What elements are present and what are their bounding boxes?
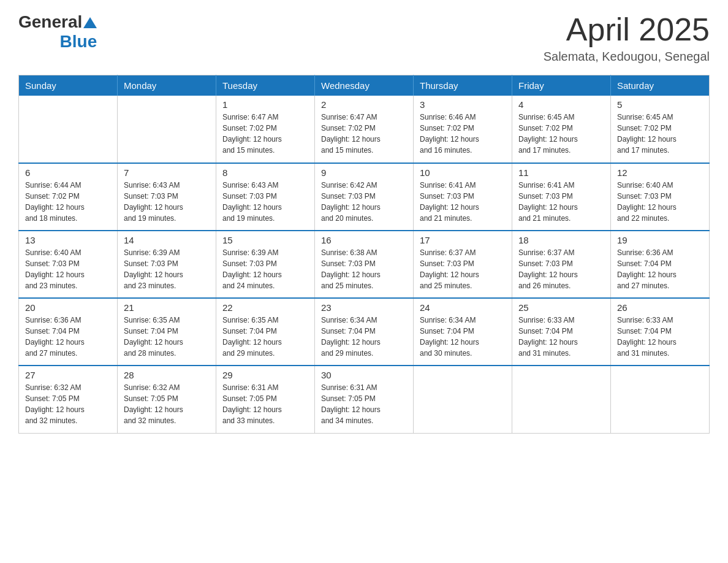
day-number: 14 bbox=[124, 235, 210, 245]
day-number: 16 bbox=[321, 235, 407, 245]
day-info: Sunrise: 6:43 AMSunset: 7:03 PMDaylight:… bbox=[124, 180, 210, 224]
day-info: Sunrise: 6:31 AMSunset: 7:05 PMDaylight:… bbox=[222, 382, 308, 426]
day-number: 6 bbox=[25, 167, 111, 178]
calendar-week-row: 6Sunrise: 6:44 AMSunset: 7:02 PMDaylight… bbox=[19, 163, 710, 231]
day-number: 19 bbox=[617, 235, 703, 245]
title-block: April 2025 Salemata, Kedougou, Senegal bbox=[544, 12, 710, 64]
day-info: Sunrise: 6:43 AMSunset: 7:03 PMDaylight:… bbox=[222, 180, 308, 224]
logo-triangle-icon bbox=[83, 16, 97, 28]
calendar-cell: 24Sunrise: 6:34 AMSunset: 7:04 PMDayligh… bbox=[414, 298, 512, 366]
calendar-cell bbox=[414, 366, 512, 433]
day-info: Sunrise: 6:45 AMSunset: 7:02 PMDaylight:… bbox=[518, 112, 604, 156]
day-number: 27 bbox=[25, 370, 111, 380]
col-thursday: Thursday bbox=[414, 75, 512, 96]
logo-blue-text: Blue bbox=[60, 32, 97, 52]
day-number: 3 bbox=[420, 99, 506, 110]
calendar-cell: 5Sunrise: 6:45 AMSunset: 7:02 PMDaylight… bbox=[611, 96, 710, 163]
calendar-body: 1Sunrise: 6:47 AMSunset: 7:02 PMDaylight… bbox=[19, 96, 710, 433]
col-saturday: Saturday bbox=[611, 75, 710, 96]
day-number: 13 bbox=[25, 235, 111, 245]
day-number: 2 bbox=[321, 99, 407, 110]
calendar-week-row: 27Sunrise: 6:32 AMSunset: 7:05 PMDayligh… bbox=[19, 366, 710, 433]
day-number: 1 bbox=[222, 99, 308, 110]
day-number: 18 bbox=[518, 235, 604, 245]
calendar-cell: 4Sunrise: 6:45 AMSunset: 7:02 PMDaylight… bbox=[512, 96, 611, 163]
day-number: 29 bbox=[222, 370, 308, 380]
calendar-cell: 10Sunrise: 6:41 AMSunset: 7:03 PMDayligh… bbox=[414, 163, 512, 231]
day-info: Sunrise: 6:32 AMSunset: 7:05 PMDaylight:… bbox=[124, 382, 210, 426]
day-info: Sunrise: 6:45 AMSunset: 7:02 PMDaylight:… bbox=[617, 112, 703, 156]
calendar-cell: 3Sunrise: 6:46 AMSunset: 7:02 PMDaylight… bbox=[414, 96, 512, 163]
day-info: Sunrise: 6:44 AMSunset: 7:02 PMDaylight:… bbox=[25, 180, 111, 224]
calendar-week-row: 1Sunrise: 6:47 AMSunset: 7:02 PMDaylight… bbox=[19, 96, 710, 163]
day-number: 15 bbox=[222, 235, 308, 245]
col-monday: Monday bbox=[118, 75, 216, 96]
logo-general-text: General bbox=[18, 12, 82, 32]
calendar-cell: 1Sunrise: 6:47 AMSunset: 7:02 PMDaylight… bbox=[216, 96, 315, 163]
day-number: 8 bbox=[222, 167, 308, 178]
calendar-cell: 2Sunrise: 6:47 AMSunset: 7:02 PMDaylight… bbox=[315, 96, 414, 163]
calendar-cell: 6Sunrise: 6:44 AMSunset: 7:02 PMDaylight… bbox=[19, 163, 118, 231]
day-number: 26 bbox=[617, 302, 703, 313]
day-info: Sunrise: 6:37 AMSunset: 7:03 PMDaylight:… bbox=[518, 247, 604, 291]
day-number: 11 bbox=[518, 167, 604, 178]
calendar-cell: 9Sunrise: 6:42 AMSunset: 7:03 PMDaylight… bbox=[315, 163, 414, 231]
day-info: Sunrise: 6:41 AMSunset: 7:03 PMDaylight:… bbox=[420, 180, 506, 224]
calendar-cell: 16Sunrise: 6:38 AMSunset: 7:03 PMDayligh… bbox=[315, 231, 414, 298]
day-number: 24 bbox=[420, 302, 506, 313]
col-sunday: Sunday bbox=[19, 75, 118, 96]
calendar-cell: 7Sunrise: 6:43 AMSunset: 7:03 PMDaylight… bbox=[118, 163, 216, 231]
day-number: 21 bbox=[124, 302, 210, 313]
calendar-cell bbox=[512, 366, 611, 433]
calendar-cell: 21Sunrise: 6:35 AMSunset: 7:04 PMDayligh… bbox=[118, 298, 216, 366]
calendar-cell: 23Sunrise: 6:34 AMSunset: 7:04 PMDayligh… bbox=[315, 298, 414, 366]
calendar-cell: 28Sunrise: 6:32 AMSunset: 7:05 PMDayligh… bbox=[118, 366, 216, 433]
day-info: Sunrise: 6:35 AMSunset: 7:04 PMDaylight:… bbox=[124, 315, 210, 359]
day-number: 5 bbox=[617, 99, 703, 110]
day-number: 30 bbox=[321, 370, 407, 380]
day-info: Sunrise: 6:31 AMSunset: 7:05 PMDaylight:… bbox=[321, 382, 407, 426]
calendar-cell: 27Sunrise: 6:32 AMSunset: 7:05 PMDayligh… bbox=[19, 366, 118, 433]
day-number: 23 bbox=[321, 302, 407, 313]
calendar-cell: 12Sunrise: 6:40 AMSunset: 7:03 PMDayligh… bbox=[611, 163, 710, 231]
day-info: Sunrise: 6:38 AMSunset: 7:03 PMDaylight:… bbox=[321, 247, 407, 291]
col-friday: Friday bbox=[512, 75, 611, 96]
day-info: Sunrise: 6:37 AMSunset: 7:03 PMDaylight:… bbox=[420, 247, 506, 291]
calendar-cell: 18Sunrise: 6:37 AMSunset: 7:03 PMDayligh… bbox=[512, 231, 611, 298]
page-location: Salemata, Kedougou, Senegal bbox=[544, 50, 710, 64]
calendar-cell: 22Sunrise: 6:35 AMSunset: 7:04 PMDayligh… bbox=[216, 298, 315, 366]
calendar-table: Sunday Monday Tuesday Wednesday Thursday… bbox=[18, 75, 710, 434]
day-info: Sunrise: 6:36 AMSunset: 7:04 PMDaylight:… bbox=[617, 247, 703, 291]
day-info: Sunrise: 6:41 AMSunset: 7:03 PMDaylight:… bbox=[518, 180, 604, 224]
calendar-cell: 15Sunrise: 6:39 AMSunset: 7:03 PMDayligh… bbox=[216, 231, 315, 298]
day-info: Sunrise: 6:47 AMSunset: 7:02 PMDaylight:… bbox=[222, 112, 308, 156]
calendar-cell: 11Sunrise: 6:41 AMSunset: 7:03 PMDayligh… bbox=[512, 163, 611, 231]
calendar-cell: 26Sunrise: 6:33 AMSunset: 7:04 PMDayligh… bbox=[611, 298, 710, 366]
day-number: 12 bbox=[617, 167, 703, 178]
day-info: Sunrise: 6:47 AMSunset: 7:02 PMDaylight:… bbox=[321, 112, 407, 156]
calendar-cell: 20Sunrise: 6:36 AMSunset: 7:04 PMDayligh… bbox=[19, 298, 118, 366]
calendar-cell: 8Sunrise: 6:43 AMSunset: 7:03 PMDaylight… bbox=[216, 163, 315, 231]
day-number: 22 bbox=[222, 302, 308, 313]
day-number: 9 bbox=[321, 167, 407, 178]
col-wednesday: Wednesday bbox=[315, 75, 414, 96]
day-info: Sunrise: 6:35 AMSunset: 7:04 PMDaylight:… bbox=[222, 315, 308, 359]
day-info: Sunrise: 6:42 AMSunset: 7:03 PMDaylight:… bbox=[321, 180, 407, 224]
calendar-cell bbox=[19, 96, 118, 163]
day-info: Sunrise: 6:33 AMSunset: 7:04 PMDaylight:… bbox=[617, 315, 703, 359]
calendar-cell: 19Sunrise: 6:36 AMSunset: 7:04 PMDayligh… bbox=[611, 231, 710, 298]
day-number: 28 bbox=[124, 370, 210, 380]
col-tuesday: Tuesday bbox=[216, 75, 315, 96]
calendar-cell: 14Sunrise: 6:39 AMSunset: 7:03 PMDayligh… bbox=[118, 231, 216, 298]
day-info: Sunrise: 6:46 AMSunset: 7:02 PMDaylight:… bbox=[420, 112, 506, 156]
day-info: Sunrise: 6:33 AMSunset: 7:04 PMDaylight:… bbox=[518, 315, 604, 359]
day-info: Sunrise: 6:34 AMSunset: 7:04 PMDaylight:… bbox=[321, 315, 407, 359]
day-info: Sunrise: 6:32 AMSunset: 7:05 PMDaylight:… bbox=[25, 382, 111, 426]
calendar-week-row: 13Sunrise: 6:40 AMSunset: 7:03 PMDayligh… bbox=[19, 231, 710, 298]
day-info: Sunrise: 6:36 AMSunset: 7:04 PMDaylight:… bbox=[25, 315, 111, 359]
calendar-week-row: 20Sunrise: 6:36 AMSunset: 7:04 PMDayligh… bbox=[19, 298, 710, 366]
calendar-header: Sunday Monday Tuesday Wednesday Thursday… bbox=[19, 75, 710, 96]
calendar-cell: 13Sunrise: 6:40 AMSunset: 7:03 PMDayligh… bbox=[19, 231, 118, 298]
calendar-cell: 29Sunrise: 6:31 AMSunset: 7:05 PMDayligh… bbox=[216, 366, 315, 433]
day-number: 25 bbox=[518, 302, 604, 313]
